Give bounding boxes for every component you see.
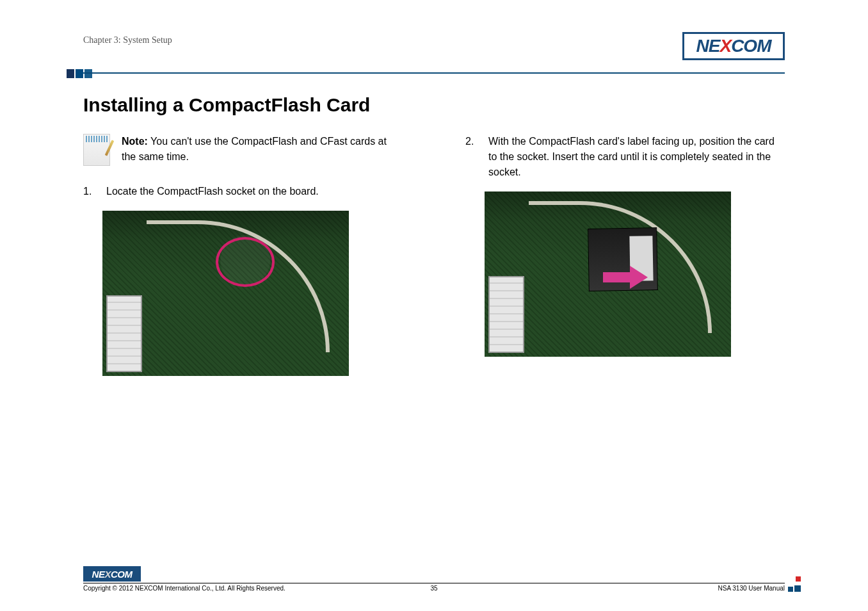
brand-x-footer: X xyxy=(104,569,111,580)
brand-logo-top: NEXCOM xyxy=(682,32,785,60)
column-right: 2. With the CompactFlash card's label fa… xyxy=(465,134,785,376)
brand-ne-footer: NE xyxy=(92,569,105,580)
step-2-text: With the CompactFlash card's label facin… xyxy=(488,134,785,180)
page-number: 35 xyxy=(430,585,437,592)
brand-com-footer: COM xyxy=(111,569,133,580)
document-page: Chapter 3: System Setup NEXCOM Installin… xyxy=(0,0,868,611)
step-1-text: Locate the CompactFlash socket on the bo… xyxy=(106,184,319,199)
note-label: Note: xyxy=(122,136,148,147)
note-icon xyxy=(83,134,110,166)
manual-name: NSA 3130 User Manual xyxy=(718,585,785,592)
insert-arrow-icon xyxy=(603,266,648,289)
brand-x: X xyxy=(719,36,731,56)
chapter-label: Chapter 3: System Setup xyxy=(83,35,785,45)
step-1-number: 1. xyxy=(83,184,97,199)
highlight-circle xyxy=(216,237,275,287)
content-columns: Note: You can't use the CompactFlash and… xyxy=(83,134,785,376)
note-text: Note: You can't use the CompactFlash and… xyxy=(122,134,403,165)
step-1: 1. Locate the CompactFlash socket on the… xyxy=(83,184,403,199)
step-2: 2. With the CompactFlash card's label fa… xyxy=(465,134,785,180)
column-left: Note: You can't use the CompactFlash and… xyxy=(83,134,403,376)
corner-decoration xyxy=(788,576,801,592)
brand-com: COM xyxy=(731,36,771,56)
atx-connector-graphic xyxy=(106,295,142,372)
header-divider xyxy=(83,72,785,74)
brand-ne: NE xyxy=(696,36,720,56)
atx-connector-graphic-2 xyxy=(488,276,524,353)
page-footer: NEXCOM Copyright © 2012 NEXCOM Internati… xyxy=(83,566,785,592)
photo-insert-card xyxy=(485,191,731,357)
page-title: Installing a CompactFlash Card xyxy=(83,94,785,116)
copyright-text: Copyright © 2012 NEXCOM International Co… xyxy=(83,585,285,592)
note-block: Note: You can't use the CompactFlash and… xyxy=(83,134,403,166)
brand-logo-bottom: NEXCOM xyxy=(83,566,141,582)
header-color-bars xyxy=(67,69,92,78)
note-body: You can't use the CompactFlash and CFast… xyxy=(122,136,387,162)
photo-locate-socket xyxy=(102,211,349,376)
step-2-number: 2. xyxy=(465,134,479,180)
